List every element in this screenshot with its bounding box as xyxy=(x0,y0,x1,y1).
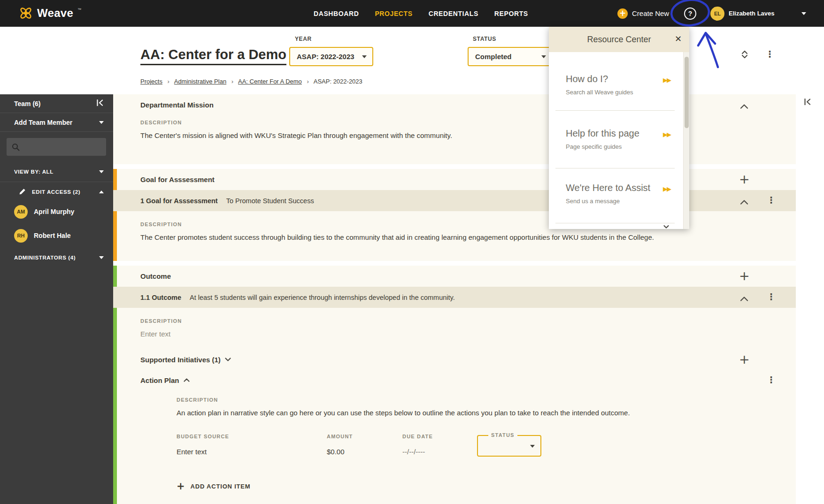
view-by-filter[interactable]: VIEW BY: ALL xyxy=(0,162,113,182)
action-status-select[interactable]: STATUS xyxy=(477,435,541,457)
breadcrumb-administrative-plan[interactable]: Administrative Plan xyxy=(174,78,226,85)
action-plan-row[interactable]: Action Plan ⋮ xyxy=(113,370,796,390)
year-select[interactable]: ASAP: 2022-2023 xyxy=(289,47,373,66)
status-select[interactable]: Completed xyxy=(468,47,553,66)
edit-access-group[interactable]: EDIT ACCESS (2) xyxy=(0,182,113,202)
avatar: AM xyxy=(14,205,28,219)
collapse-sidebar-icon[interactable] xyxy=(96,99,104,108)
user-name: Elizabeth Laves xyxy=(729,10,775,17)
add-action-item-button[interactable]: + ADD ACTION ITEM xyxy=(177,481,796,491)
nav-reports[interactable]: REPORTS xyxy=(494,10,528,17)
avatar-initials: EL xyxy=(714,11,721,16)
outcome-item-row[interactable]: 1.1 Outcome At least 5 students will gai… xyxy=(113,287,796,308)
annotation-arrow-head xyxy=(698,33,715,46)
rc-item-here-to-assist[interactable]: We're Here to Assist Send us a message ▶… xyxy=(549,183,689,205)
action-plan-kebab-menu[interactable]: ⋮ xyxy=(767,375,776,384)
rc-item-title: We're Here to Assist xyxy=(566,183,689,193)
breadcrumb-separator: › xyxy=(168,78,169,85)
team-search[interactable] xyxy=(7,138,106,156)
add-team-member-label: Add Team Member xyxy=(14,119,72,126)
avatar-initials: RH xyxy=(17,233,25,238)
edit-access-label: EDIT ACCESS (2) xyxy=(32,189,80,195)
team-member-row[interactable]: RH Robert Hale xyxy=(0,227,113,244)
chevron-down-icon xyxy=(99,170,104,173)
breadcrumb-projects[interactable]: Projects xyxy=(140,78,162,85)
divider xyxy=(555,110,675,111)
chevron-down-icon xyxy=(225,358,231,361)
outcome-description-input[interactable]: Enter text xyxy=(140,330,796,338)
budget-source-label: BUDGET SOURCE xyxy=(177,434,229,439)
description-label: DESCRIPTION xyxy=(140,120,796,125)
user-menu[interactable]: EL Elizabeth Laves xyxy=(710,0,775,27)
pencil-icon xyxy=(19,188,26,196)
section-outcome: Outcome + 1.1 Outcome At least 5 student… xyxy=(113,266,796,504)
chevron-up-icon xyxy=(184,378,190,382)
outcome-item-title: 1.1 Outcome xyxy=(140,294,181,301)
scrollbar[interactable] xyxy=(683,52,689,229)
outcome-kebab-menu[interactable]: ⋮ xyxy=(767,292,776,301)
chevron-down-icon[interactable] xyxy=(801,12,806,15)
year-label: YEAR xyxy=(295,36,312,42)
chevron-down-icon xyxy=(530,445,535,448)
chevron-up-icon[interactable] xyxy=(740,198,748,206)
header-kebab-menu[interactable]: ⋮ xyxy=(765,50,774,59)
goal-section-title: Goal for Asssessment xyxy=(140,176,215,183)
add-outcome-button[interactable]: + xyxy=(739,269,750,282)
chevron-up-icon xyxy=(99,191,104,193)
scrollbar-thumb[interactable] xyxy=(685,57,689,128)
description-label: DESCRIPTION xyxy=(140,318,796,324)
rc-item-help-for-page[interactable]: Help for this page Page specific guides … xyxy=(549,128,689,150)
resource-center-popup: Resource Center ✕ How do I? Search all W… xyxy=(549,27,689,229)
project-content: Departmental Mission DESCRIPTION The Cen… xyxy=(113,94,796,504)
rc-item-subtitle: Send us a message xyxy=(566,198,689,205)
section-goal: Goal for Asssessment + 1 Goal for Assses… xyxy=(113,169,796,261)
create-new-button[interactable]: + Create New xyxy=(617,0,669,27)
amount-input[interactable]: $0.00 xyxy=(327,448,345,456)
due-date-input[interactable]: --/--/---- xyxy=(402,448,425,456)
top-navigation: Weave ™ DASHBOARD PROJECTS CREDENTIALS R… xyxy=(0,0,824,27)
team-member-row[interactable]: AM April Murphy xyxy=(0,203,113,220)
amount-label: AMOUNT xyxy=(327,434,353,439)
collapse-right-panel-icon[interactable] xyxy=(804,99,811,107)
add-goal-button[interactable]: + xyxy=(739,173,750,185)
nav-dashboard[interactable]: DASHBOARD xyxy=(314,10,359,17)
budget-source-input[interactable]: Enter text xyxy=(177,448,207,456)
nav-links: DASHBOARD PROJECTS CREDENTIALS REPORTS xyxy=(314,0,528,27)
action-plan-title: Action Plan xyxy=(140,376,179,384)
avatar: EL xyxy=(710,7,724,21)
chevron-up-icon[interactable] xyxy=(740,102,748,111)
search-icon xyxy=(12,143,20,151)
chevron-down-icon xyxy=(99,256,104,259)
chevron-up-icon[interactable] xyxy=(740,295,748,303)
due-date-label: DUE DATE xyxy=(402,434,433,439)
close-icon[interactable]: ✕ xyxy=(675,34,682,44)
add-team-member-button[interactable]: Add Team Member xyxy=(0,113,113,132)
breadcrumb-separator: › xyxy=(307,78,308,85)
year-select-value: ASAP: 2022-2023 xyxy=(297,53,354,61)
breadcrumb-project[interactable]: AA: Center For A Demo xyxy=(238,78,302,85)
divider xyxy=(555,223,675,223)
fast-forward-icon: ▶▶ xyxy=(663,76,670,84)
administrators-group[interactable]: ADMINISTRATORS (4) xyxy=(0,249,113,266)
member-name: Robert Hale xyxy=(34,232,71,239)
nav-projects[interactable]: PROJECTS xyxy=(375,10,412,17)
scroll-down-icon[interactable] xyxy=(663,222,669,230)
team-sidebar: Team (6) Add Team Member VIEW BY: ALL ED… xyxy=(0,94,113,504)
weave-logo[interactable]: Weave ™ xyxy=(19,6,81,20)
add-supported-initiative-button[interactable]: + xyxy=(739,353,750,366)
help-icon[interactable]: ? xyxy=(684,8,696,20)
supported-initiatives-row[interactable]: Supported Initiatives (1) + xyxy=(113,349,796,370)
goal-item-row[interactable]: 1 Goal for Asssessment To Promote Studen… xyxy=(113,190,796,211)
nav-credentials[interactable]: CREDENTIALS xyxy=(429,10,478,17)
outcome-item-text: At least 5 students will gain experience… xyxy=(190,294,455,301)
member-name: April Murphy xyxy=(34,208,74,215)
collapse-all-icon[interactable] xyxy=(741,50,748,61)
action-plan-description: An action plan in narrative style can go… xyxy=(177,409,796,417)
rc-item-how-do-i[interactable]: How do I? Search all Weave guides ▶▶ xyxy=(549,74,689,96)
breadcrumb: Projects › Administrative Plan › AA: Cen… xyxy=(140,78,362,85)
fast-forward-icon: ▶▶ xyxy=(663,131,670,138)
divider xyxy=(555,168,675,168)
goal-kebab-menu[interactable]: ⋮ xyxy=(767,196,776,205)
team-search-input[interactable] xyxy=(23,143,99,151)
departmental-mission-title: Departmental Mission xyxy=(140,101,214,109)
